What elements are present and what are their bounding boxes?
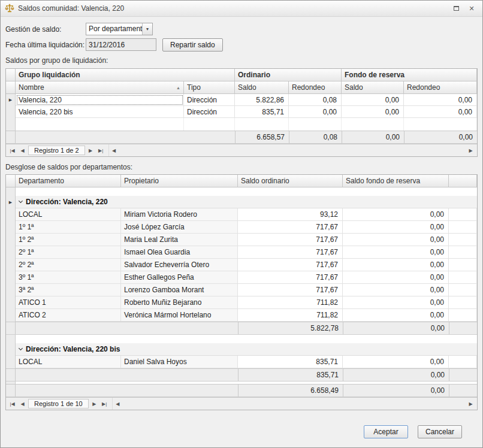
groups-scroll-right-button[interactable]: ▶ <box>466 148 476 153</box>
cell[interactable]: Esther Gallegos Peña <box>121 271 238 284</box>
group-row-content[interactable]: Dirección: Valencia, 220 <box>16 196 477 208</box>
column-header[interactable]: Saldo <box>342 81 404 94</box>
detail-scroll-right-button[interactable]: ▶ <box>466 401 476 407</box>
cell[interactable]: 711,82 <box>238 296 343 309</box>
cell[interactable]: 0,00 <box>343 309 449 322</box>
column-header[interactable]: Nombre▲ <box>16 81 184 94</box>
cell[interactable]: 0,00 <box>343 221 449 234</box>
repartir-saldo-button[interactable]: Repartir saldo <box>162 38 223 52</box>
groups-prev-record-button[interactable]: ◀ <box>17 148 28 153</box>
cell[interactable]: 0,00 <box>343 296 449 309</box>
gestion-saldo-combobox[interactable]: Por departamento ▾ <box>86 23 153 35</box>
cell[interactable]: 717,67 <box>238 234 343 246</box>
table-row[interactable]: 1º 2ªMaria Leal Zurita717,670,00 <box>6 234 477 246</box>
cell[interactable]: 0,00 <box>343 208 449 221</box>
cell[interactable]: 717,67 <box>238 271 343 284</box>
column-header[interactable]: Tipo <box>184 81 235 94</box>
band-header[interactable]: Ordinario <box>235 69 342 81</box>
cell[interactable]: 3º 1ª <box>16 271 121 284</box>
column-header[interactable]: Departamento <box>16 175 121 187</box>
cell[interactable]: Dirección <box>184 94 235 106</box>
cell[interactable]: 1º 2ª <box>16 234 121 246</box>
chevron-down-icon[interactable] <box>19 346 23 350</box>
table-row[interactable]: 2º 1ªIsmael Olea Guardia717,670,00 <box>6 246 477 259</box>
cell[interactable]: Maria Leal Zurita <box>121 234 238 246</box>
detail-first-record-button[interactable]: |◀ <box>7 401 17 407</box>
group-row[interactable]: Dirección: Valencia, 220 bis <box>6 343 477 356</box>
cell[interactable]: 717,67 <box>238 284 343 296</box>
cell[interactable]: 0,00 <box>343 259 449 271</box>
column-header[interactable]: Redondeo <box>404 81 477 94</box>
cell[interactable]: José López García <box>121 221 238 234</box>
table-row[interactable]: ▶Valencia, 220Dirección5.822,860,080,000… <box>6 94 477 106</box>
band-header[interactable]: Fondo de reserva <box>342 69 477 81</box>
cell[interactable]: Dirección <box>184 106 235 118</box>
column-header[interactable]: Saldo fondo de reserva <box>343 175 449 187</box>
cell[interactable]: Verónica Mármol Hortelano <box>121 309 238 322</box>
fecha-liquidacion-field[interactable] <box>86 38 156 51</box>
cell[interactable]: 0,00 <box>343 271 449 284</box>
column-header[interactable]: Saldo <box>235 81 289 94</box>
cell[interactable]: 0,00 <box>343 246 449 259</box>
table-row[interactable]: Valencia, 220 bisDirección835,710,000,00… <box>6 106 477 118</box>
restore-button[interactable] <box>452 4 460 13</box>
detail-last-record-button[interactable]: ▶| <box>99 401 110 407</box>
group-row-content[interactable]: Dirección: Valencia, 220 bis <box>16 343 477 356</box>
cell[interactable]: Salvador Echeverría Otero <box>121 259 238 271</box>
detail-next-record-button[interactable]: ▶ <box>89 401 99 407</box>
table-row[interactable]: 3ª 2ªLorenzo Gamboa Morant717,670,00 <box>6 284 477 296</box>
cell[interactable]: Valencia, 220 bis <box>16 106 184 118</box>
cell[interactable]: 3ª 2ª <box>16 284 121 296</box>
cell[interactable]: LOCAL <box>16 356 121 368</box>
cell[interactable]: 93,12 <box>238 208 343 221</box>
close-button[interactable]: ✕ <box>467 4 476 13</box>
cell[interactable]: 5.822,86 <box>235 94 289 106</box>
groups-first-record-button[interactable]: |◀ <box>7 148 17 153</box>
cancelar-button[interactable]: Cancelar <box>418 425 462 438</box>
table-row[interactable]: LOCALMiriam Victoria Rodero93,120,00 <box>6 208 477 221</box>
cell[interactable]: ATICO 2 <box>16 309 121 322</box>
table-row[interactable]: 2º 2ªSalvador Echeverría Otero717,670,00 <box>6 259 477 271</box>
cell[interactable]: 835,71 <box>238 356 343 368</box>
chevron-down-icon[interactable] <box>19 199 23 203</box>
groups-next-record-button[interactable]: ▶ <box>86 148 96 153</box>
cell[interactable]: 717,67 <box>238 246 343 259</box>
cell[interactable]: Daniel Salva Hoyos <box>121 356 238 368</box>
column-header[interactable]: Saldo ordinario <box>238 175 343 187</box>
table-row[interactable]: ATICO 1Roberto Muñiz Bejarano711,820,00 <box>6 296 477 309</box>
table-row[interactable]: ATICO 2Verónica Mármol Hortelano711,820,… <box>6 309 477 322</box>
band-header[interactable]: Grupo liquidación <box>16 69 235 81</box>
groups-scroll-left-button[interactable]: ◀ <box>109 148 119 153</box>
detail-horizontal-scrollbar[interactable]: ◀▶ <box>112 398 476 410</box>
cell[interactable]: 2º 1ª <box>16 246 121 259</box>
combo-dropdown-button[interactable]: ▾ <box>142 23 152 35</box>
cell[interactable]: 717,67 <box>238 259 343 271</box>
cell[interactable]: 1º 1ª <box>16 221 121 234</box>
cell[interactable]: 0,00 <box>342 106 404 118</box>
cell[interactable]: 0,00 <box>404 106 477 118</box>
groups-last-record-button[interactable]: ▶| <box>96 148 106 153</box>
column-header[interactable]: Propietario <box>121 175 238 187</box>
column-header[interactable]: Redondeo <box>289 81 342 94</box>
table-row[interactable]: LOCALDaniel Salva Hoyos835,710,00 <box>6 356 477 368</box>
titlebar[interactable]: Saldos comunidad: Valencia, 220 ✕ <box>1 1 482 17</box>
cell[interactable]: ATICO 1 <box>16 296 121 309</box>
aceptar-button[interactable]: Aceptar <box>364 425 408 438</box>
cell[interactable]: Ismael Olea Guardia <box>121 246 238 259</box>
cell[interactable]: 711,82 <box>238 309 343 322</box>
cell[interactable]: Lorenzo Gamboa Morant <box>121 284 238 296</box>
cell[interactable]: Valencia, 220 <box>16 94 184 106</box>
cell[interactable]: 0,00 <box>342 94 404 106</box>
cell[interactable]: 0,00 <box>404 94 477 106</box>
cell[interactable]: 0,00 <box>343 234 449 246</box>
cell[interactable]: Roberto Muñiz Bejarano <box>121 296 238 309</box>
cell[interactable]: 0,00 <box>289 106 342 118</box>
cell[interactable]: 835,71 <box>235 106 289 118</box>
table-row[interactable]: 1º 1ªJosé López García717,670,00 <box>6 221 477 234</box>
cell[interactable]: Miriam Victoria Rodero <box>121 208 238 221</box>
cell[interactable]: 0,08 <box>289 94 342 106</box>
detail-prev-record-button[interactable]: ◀ <box>17 401 28 407</box>
groups-scroll-track[interactable] <box>119 144 466 156</box>
group-row[interactable]: ▶Dirección: Valencia, 220 <box>6 196 477 208</box>
groups-horizontal-scrollbar[interactable]: ◀▶ <box>108 144 476 156</box>
